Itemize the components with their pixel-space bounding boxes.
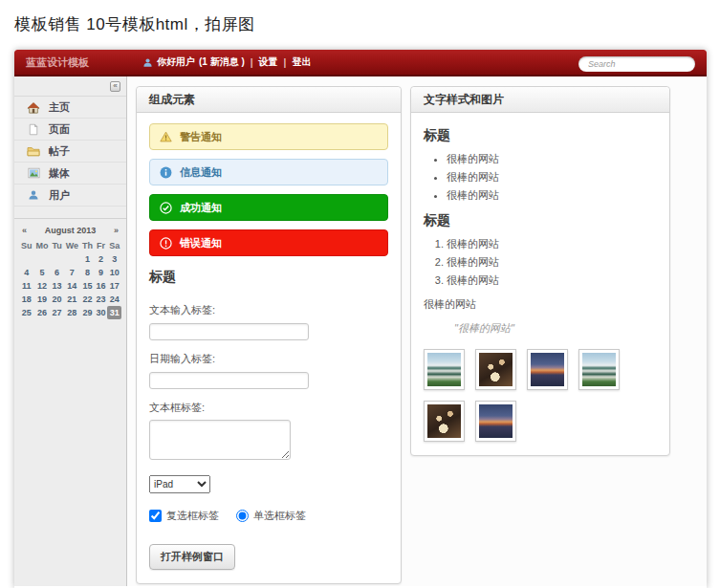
checkbox-radio-row: 复选框标签 单选框标签 — [149, 509, 388, 523]
sidebar-menu: 主页 页面 帖子 媒体 — [14, 96, 126, 207]
thumbnail[interactable] — [578, 349, 620, 390]
calendar-day[interactable]: 21 — [63, 293, 80, 306]
thumbnail[interactable] — [475, 401, 516, 442]
calendar-day[interactable]: 27 — [51, 306, 64, 319]
calendar-header: « August 2013 » — [19, 224, 121, 239]
alert-error[interactable]: 错误通知 — [149, 229, 388, 256]
calendar-day[interactable]: 13 — [51, 279, 64, 293]
components-panel: 组成元素 警告通知 信息通知 — [136, 86, 402, 584]
list-item: 很棒的网站 — [447, 170, 657, 185]
thumbnail[interactable] — [527, 349, 568, 390]
sidebar-item-users[interactable]: 用户 — [14, 185, 126, 207]
textarea-label: 文本框标签: — [149, 401, 388, 415]
alert-success[interactable]: 成功通知 — [149, 194, 388, 221]
new-messages-link[interactable]: (1 新消息 ) — [199, 55, 245, 69]
calendar-day[interactable]: 24 — [107, 293, 121, 306]
sidebar-collapse-row: « — [14, 76, 126, 96]
text-styles-panel: 文字样式和图片 标题 很棒的网站 很棒的网站 很棒的网站 标题 很棒的网站 很棒… — [410, 86, 670, 456]
checkbox-input[interactable] — [149, 510, 162, 522]
calendar-day[interactable] — [19, 252, 33, 266]
search-area — [578, 54, 695, 72]
sidebar-item-media[interactable]: 媒体 — [14, 163, 126, 185]
calendar-day[interactable]: 12 — [33, 279, 50, 293]
thumbnail[interactable] — [424, 401, 465, 442]
sidebar-item-label: 媒体 — [49, 166, 70, 181]
calendar-weekday: We — [63, 239, 80, 252]
calendar-day[interactable] — [51, 252, 64, 266]
thumbnail[interactable] — [424, 349, 465, 390]
alert-label: 错误通知 — [180, 236, 222, 250]
calendar-day[interactable]: 3 — [107, 252, 121, 266]
calendar-day[interactable]: 26 — [33, 306, 50, 319]
brand-logo[interactable]: 蓝蓝设计模板 — [26, 55, 133, 70]
calendar-day[interactable]: 11 — [19, 279, 33, 293]
list-item: 很棒的网站 — [447, 255, 657, 270]
calendar-day[interactable]: 14 — [63, 279, 80, 293]
thumbnail[interactable] — [475, 349, 516, 390]
check-circle-icon — [160, 202, 172, 214]
media-icon — [27, 167, 40, 179]
exclamation-circle-icon — [160, 237, 172, 250]
search-input[interactable] — [578, 56, 695, 72]
calendar-day[interactable]: 17 — [107, 279, 121, 293]
textarea-field[interactable] — [149, 420, 291, 460]
calendar-weekday: Sa — [107, 239, 121, 252]
calendar-day[interactable]: 18 — [19, 293, 33, 306]
radio-input[interactable] — [236, 510, 249, 522]
sidebar-item-posts[interactable]: 帖子 — [14, 141, 126, 163]
panel-title: 组成元素 — [149, 92, 195, 108]
sidebar-collapse-button[interactable]: « — [110, 81, 120, 92]
sunset-photo — [479, 404, 513, 438]
calendar-day[interactable]: 20 — [51, 293, 64, 306]
calendar-day[interactable]: 8 — [80, 266, 95, 279]
calendar-day[interactable]: 15 — [80, 279, 95, 293]
crowd-photo — [427, 404, 461, 438]
alert-info[interactable]: 信息通知 — [149, 159, 388, 185]
calendar-day[interactable]: 25 — [19, 306, 33, 319]
calendar-day[interactable]: 9 — [95, 266, 107, 279]
calendar-day[interactable]: 5 — [33, 266, 50, 279]
calendar-day[interactable]: 2 — [95, 252, 107, 266]
calendar-weekday: Tu — [51, 239, 64, 252]
calendar-day[interactable]: 7 — [63, 266, 80, 279]
alert-warning[interactable]: 警告通知 — [149, 123, 388, 150]
calendar-next-button[interactable]: » — [114, 226, 119, 235]
list-item: 很棒的网站 — [447, 273, 657, 288]
settings-link[interactable]: 设置 — [259, 55, 278, 69]
user-area: 你好用户 (1 新消息 ) | 设置 | 登出 — [142, 55, 311, 69]
alert-label: 警告通知 — [180, 130, 222, 144]
page-title: 模板销售 10号模板html，拍屏图 — [14, 13, 255, 35]
radio-label: 单选框标签 — [253, 509, 306, 523]
open-modal-button[interactable]: 打开样例窗口 — [149, 544, 235, 570]
text-styles-panel-header: 文字样式和图片 — [411, 87, 669, 113]
logout-link[interactable]: 登出 — [292, 55, 311, 69]
alert-label: 成功通知 — [180, 201, 222, 215]
sidebar-item-label: 页面 — [49, 122, 70, 137]
calendar-day[interactable]: 10 — [107, 266, 121, 279]
components-panel-header: 组成元素 — [137, 87, 401, 113]
device-select[interactable]: iPad — [149, 475, 210, 493]
calendar-day[interactable]: 30 — [95, 306, 107, 319]
calendar-day[interactable]: 31 — [107, 306, 121, 319]
sidebar-item-pages[interactable]: 页面 — [14, 119, 126, 141]
checkbox-label: 复选框标签 — [166, 509, 219, 523]
calendar-weekday: Th — [80, 239, 95, 252]
section-heading: 标题 — [424, 212, 657, 229]
date-input-field[interactable] — [149, 372, 309, 389]
calendar-day[interactable]: 1 — [80, 252, 95, 266]
calendar-day[interactable]: 22 — [80, 293, 95, 306]
calendar-widget: « August 2013 » Su Mo Tu We Th Fr Sa — [14, 218, 126, 327]
calendar-day[interactable]: 19 — [33, 293, 50, 306]
page-icon — [27, 123, 40, 136]
calendar-day[interactable] — [63, 252, 80, 266]
sidebar-item-home[interactable]: 主页 — [14, 97, 126, 119]
main-content: 组成元素 警告通知 信息通知 — [127, 76, 707, 586]
calendar-day[interactable]: 29 — [80, 306, 95, 319]
calendar-day[interactable]: 6 — [51, 266, 64, 279]
calendar-day[interactable] — [33, 252, 50, 266]
calendar-day[interactable]: 16 — [95, 279, 107, 293]
calendar-day[interactable]: 4 — [19, 266, 33, 279]
calendar-day[interactable]: 28 — [63, 306, 80, 319]
text-input-field[interactable] — [149, 323, 309, 340]
calendar-day[interactable]: 23 — [95, 293, 107, 306]
